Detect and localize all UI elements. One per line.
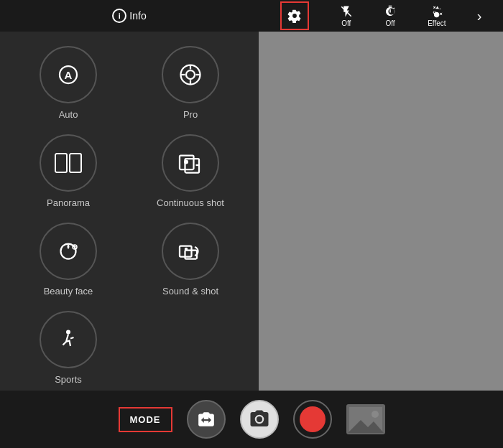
flash-label: Off <box>341 19 351 27</box>
top-bar-left: i Info <box>0 9 259 23</box>
left-panel: A Auto Pro <box>0 0 259 448</box>
mode-button[interactable]: MODE <box>119 407 172 432</box>
mode-beauty-label: Beauty face <box>44 286 93 297</box>
mode-auto-circle: A <box>40 46 97 103</box>
panorama-icon <box>54 152 83 174</box>
continuous-icon <box>177 150 203 176</box>
gallery-button[interactable] <box>346 404 385 434</box>
mode-panorama-circle <box>40 134 97 192</box>
mode-sports[interactable]: Sports <box>14 311 122 385</box>
mode-continuous-circle <box>162 134 219 192</box>
record-dot <box>300 406 326 432</box>
svg-point-21 <box>66 330 70 335</box>
chevron-right-icon: › <box>477 8 482 24</box>
top-bar-right: Off Off Effect › <box>259 1 503 30</box>
svg-point-45 <box>372 411 379 418</box>
flash-icon <box>340 5 353 18</box>
mode-pro[interactable]: Pro <box>137 46 244 120</box>
effect-button[interactable]: Effect <box>428 5 446 27</box>
flip-camera-icon <box>197 410 216 429</box>
mode-beauty-circle: + <box>40 223 97 280</box>
mode-beauty[interactable]: + Beauty face <box>14 223 122 297</box>
mode-auto-label: Auto <box>59 109 78 120</box>
bottom-bar: MODE <box>0 391 503 448</box>
effect-label: Effect <box>428 19 446 27</box>
auto-icon: A <box>55 62 81 88</box>
svg-rect-10 <box>70 154 81 172</box>
timer-button[interactable]: Off <box>384 5 397 27</box>
modes-grid: A Auto Pro <box>0 32 259 399</box>
mode-sports-label: Sports <box>55 374 82 385</box>
capture-button[interactable] <box>240 400 279 439</box>
right-panel: Negative Sepia <box>259 0 503 448</box>
info-icon: i <box>112 9 126 23</box>
timer-icon <box>384 5 397 18</box>
flip-camera-button[interactable] <box>187 400 226 439</box>
top-bar: i Info Off Off <box>0 0 503 32</box>
mode-continuous[interactable]: Continuous shot <box>137 134 244 208</box>
info-button[interactable]: i Info <box>112 9 146 23</box>
svg-text:+: + <box>73 243 77 250</box>
info-label: Info <box>129 10 146 22</box>
svg-point-4 <box>186 70 195 79</box>
mode-pro-label: Pro <box>183 109 198 120</box>
sports-icon <box>55 327 81 353</box>
svg-point-13 <box>184 160 188 164</box>
timer-label: Off <box>385 19 394 27</box>
gear-icon <box>287 9 302 23</box>
mode-panorama[interactable]: Panorama <box>14 134 122 208</box>
camera-icon <box>249 409 270 430</box>
gallery-icon <box>348 406 384 433</box>
mode-pro-circle <box>162 46 219 103</box>
mode-sound[interactable]: Sound & shot <box>137 223 244 297</box>
mode-continuous-label: Continuous shot <box>157 197 224 208</box>
svg-text:A: A <box>65 69 73 81</box>
more-options-button[interactable]: › <box>477 8 482 24</box>
pro-icon <box>177 62 203 88</box>
mode-button-label: MODE <box>130 414 161 425</box>
mode-sound-circle <box>162 223 219 280</box>
svg-rect-9 <box>55 154 67 172</box>
svg-point-20 <box>185 248 188 251</box>
mode-sports-circle <box>40 311 97 368</box>
mode-auto[interactable]: A Auto <box>14 46 122 120</box>
beauty-icon: + <box>55 238 81 264</box>
effect-icon <box>430 5 443 18</box>
settings-button[interactable] <box>280 1 309 30</box>
sound-icon <box>177 238 203 264</box>
record-button[interactable] <box>293 400 332 439</box>
flash-button[interactable]: Off <box>340 5 353 27</box>
mode-panorama-label: Panorama <box>47 197 90 208</box>
mode-sound-label: Sound & shot <box>162 286 218 297</box>
